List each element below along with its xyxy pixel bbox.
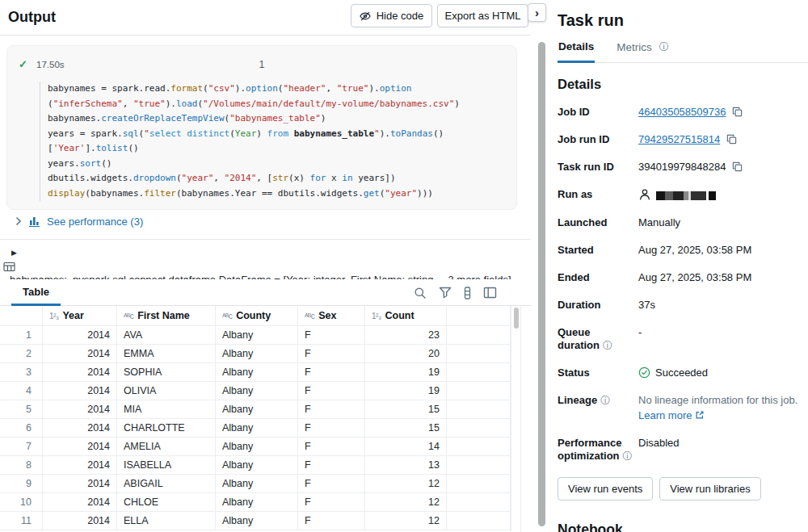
table-cell: F	[298, 326, 365, 344]
table-cell: Albany	[216, 419, 298, 437]
view-run-events-button[interactable]: View run events	[558, 477, 653, 501]
bar-chart-icon	[29, 216, 40, 227]
table-scrollbar[interactable]	[511, 306, 521, 532]
detail-row: Duration37s	[558, 299, 808, 312]
info-icon[interactable]: ⓘ	[603, 340, 612, 351]
column-header[interactable]	[0, 306, 43, 325]
table-row[interactable]: 82014ISABELLAAlbanyF13	[0, 456, 511, 475]
detail-value: Aug 27, 2025, 03:58 PM	[638, 244, 808, 257]
detail-label: Job ID	[558, 106, 638, 119]
sidebar-buttons: View run events View run libraries	[558, 477, 808, 501]
external-link-icon	[692, 409, 705, 421]
column-header[interactable]: 1²₃Count	[365, 306, 447, 325]
detail-link[interactable]: 79429527515814	[638, 133, 720, 145]
detail-text: 37s	[638, 299, 655, 311]
info-icon[interactable]: ⓘ	[659, 40, 669, 54]
copy-icon[interactable]	[732, 107, 743, 117]
table-row[interactable]: 12014AVAAlbanyF23	[0, 326, 511, 345]
table-toolbar	[414, 279, 497, 306]
table-cell: F	[298, 363, 365, 381]
detail-label: Duration	[558, 299, 638, 312]
column-header[interactable]: 1²₃Year	[43, 306, 117, 325]
see-performance-row[interactable]: See performance (3)	[15, 212, 143, 230]
table-cell: ISABELLA	[117, 456, 216, 474]
column-header[interactable]: ᴬᴮᴄSex	[298, 306, 365, 325]
collapse-panel-button[interactable]: ›	[528, 3, 546, 22]
detail-row: LaunchedManually	[558, 216, 808, 229]
cell-number: 1	[7, 59, 516, 70]
table-cell: EMMA	[117, 345, 216, 362]
table-cell: 2014	[43, 345, 117, 362]
row-number: 10	[0, 493, 43, 511]
tab-metrics[interactable]: Metrics ⓘ	[616, 40, 670, 63]
table-cell	[447, 400, 511, 418]
copy-icon[interactable]	[726, 134, 737, 145]
table-cell: 13	[365, 456, 447, 474]
expand-caret-icon[interactable]: ▶	[11, 249, 17, 257]
table-cell: AMELIA	[117, 438, 216, 455]
column-type-icon: ᴬᴮᴄ	[222, 312, 232, 320]
column-header[interactable]	[447, 306, 511, 325]
table-row[interactable]: 32014SOPHIAAlbanyF19	[0, 363, 511, 382]
column-header[interactable]: ᴬᴮᴄCounty	[216, 306, 298, 325]
table-cell: 19	[365, 363, 447, 381]
tab-table[interactable]: Table	[11, 279, 61, 306]
detail-row: StatusSucceeded	[558, 367, 808, 379]
table-cell: Albany	[216, 400, 298, 418]
sidebar-title: Task run	[558, 11, 808, 30]
detail-label: Status	[558, 367, 638, 379]
table-row[interactable]: 102014CHLOEAlbanyF12	[0, 493, 511, 512]
column-type-icon: 1²₃	[372, 312, 381, 320]
table-cell: 12	[365, 493, 447, 511]
table-row[interactable]: 42014OLIVIAAlbanyF19	[0, 382, 511, 400]
table-cell: 2014	[43, 400, 117, 418]
table-cell: 23	[365, 326, 447, 344]
table-cell: F	[298, 512, 365, 530]
detail-label: Task run ID	[558, 161, 638, 174]
detail-row: Queue durationⓘ-	[558, 326, 808, 352]
output-header: Output Hide code Export as HTML	[0, 0, 531, 36]
detail-value: -	[638, 326, 808, 352]
code-line: years.sort()	[48, 157, 510, 172]
table-cell: 2014	[43, 326, 117, 344]
column-header[interactable]: ᴬᴮᴄFirst Name	[117, 306, 216, 325]
table-cell	[447, 493, 511, 511]
row-number: 9	[0, 475, 43, 492]
learn-more-link[interactable]: Learn more	[638, 409, 692, 421]
export-html-button[interactable]: Export as HTML	[437, 4, 528, 27]
view-run-libraries-button[interactable]: View run libraries	[659, 477, 760, 501]
see-performance-link[interactable]: See performance (3)	[47, 216, 143, 228]
side-panel-icon[interactable]	[483, 287, 497, 299]
table-row[interactable]: 52014MIAAlbanyF15	[0, 400, 511, 419]
copy-icon[interactable]	[732, 161, 743, 172]
row-density-icon[interactable]	[464, 287, 471, 300]
tab-details[interactable]: Details	[558, 40, 595, 63]
table-cell: Albany	[216, 493, 298, 511]
table-row[interactable]: 22014EMMAAlbanyF20	[0, 345, 511, 363]
table-row[interactable]: 72014AMELIAAlbanyF14	[0, 438, 511, 456]
panel-scrollbar-thumb[interactable]	[538, 42, 545, 526]
detail-label: Run as	[558, 188, 638, 202]
table-row[interactable]: 62014CHARLOTTEAlbanyF15	[0, 419, 511, 438]
details-heading: Details	[558, 77, 808, 92]
info-icon[interactable]: ⓘ	[600, 395, 610, 406]
detail-text: No lineage information for this job.	[638, 394, 797, 406]
detail-value: Succeeded	[638, 367, 808, 379]
detail-label: Lineageⓘ	[558, 394, 638, 422]
table-cell: 15	[365, 419, 447, 437]
detail-label: Started	[558, 244, 638, 257]
table-row[interactable]: 112014ELLAAlbanyF12	[0, 512, 511, 530]
table-cell: SOPHIA	[117, 363, 216, 381]
redacted-username	[709, 191, 716, 200]
detail-row: EndedAug 27, 2025, 03:58 PM	[558, 271, 808, 284]
table-row[interactable]: 92014ABIGAILAlbanyF12	[0, 475, 511, 493]
table-scrollbar-thumb[interactable]	[514, 308, 519, 329]
filter-icon[interactable]	[439, 287, 452, 299]
table-cell: F	[298, 382, 365, 400]
detail-link[interactable]: 464035058509736	[638, 106, 726, 118]
info-icon[interactable]: ⓘ	[623, 450, 633, 462]
hide-code-button[interactable]: Hide code	[351, 4, 432, 27]
detail-text: Disabled	[638, 437, 680, 449]
search-icon[interactable]	[414, 287, 427, 300]
detail-text: Aug 27, 2025, 03:58 PM	[638, 244, 751, 256]
